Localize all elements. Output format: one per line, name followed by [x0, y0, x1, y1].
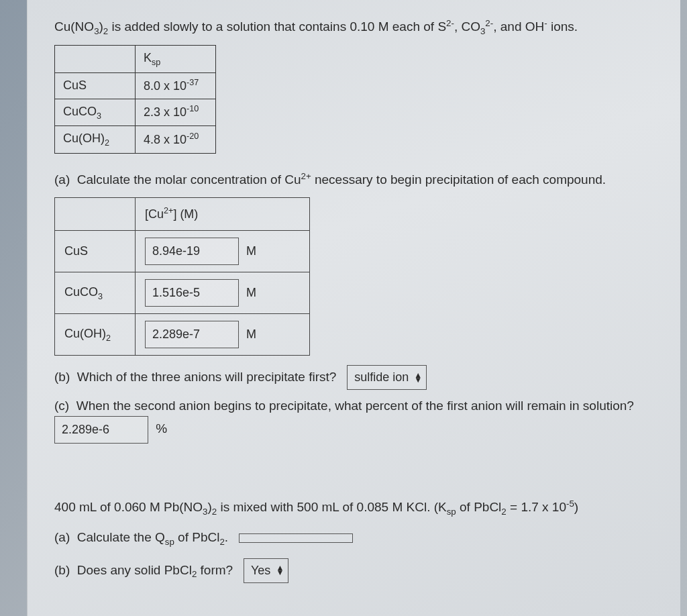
q2-intro: 400 mL of 0.060 M Pb(NO3)2 is mixed with…: [54, 497, 660, 519]
ksp-compound: CuCO3: [55, 99, 136, 125]
ksp-header-blank: [55, 46, 136, 72]
ksp-value: 4.8 x 10-20: [136, 126, 216, 153]
unit-label: %: [156, 421, 167, 435]
section-gap: [54, 450, 660, 497]
chevron-updown-icon: ▲▼: [414, 373, 422, 382]
ksp-table: Ksp CuS 8.0 x 10-37 CuCO3 2.3 x 10-10 Cu…: [54, 45, 216, 153]
percent-input[interactable]: 2.289e-6: [54, 416, 148, 444]
part-label: (b): [54, 370, 70, 384]
answer-input-cuoh2[interactable]: 2.289e-7: [145, 321, 239, 348]
ksp-compound: Cu(OH)2: [55, 126, 136, 153]
ksp-value: 2.3 x 10-10: [136, 99, 216, 125]
worksheet-page: Cu(NO3)2 is added slowly to a solution t…: [27, 0, 680, 616]
answers-table: [Cu2+] (M) CuS 8.94e-19 M CuCO3 1.516e-5…: [54, 197, 310, 356]
q1-part-a-prompt: (a) Calculate the molar concentration of…: [54, 170, 660, 190]
q1-part-b-text: Which of the three anions will precipita…: [77, 370, 337, 384]
table-row: CuCO3 1.516e-5 M: [55, 272, 310, 314]
ans-header: [Cu2+] (M): [136, 198, 310, 231]
ans-compound: CuCO3: [55, 272, 136, 314]
table-row: Cu(OH)2 2.289e-7 M: [55, 314, 310, 356]
unit-label: M: [246, 244, 256, 258]
q2-part-a: (a) Calculate the Qsp of PbCl2.: [54, 528, 660, 549]
unit-label: M: [246, 327, 256, 341]
anion-select[interactable]: sulfide ion ▲▼: [347, 365, 427, 390]
anion-select-value: sulfide ion: [354, 370, 409, 384]
ans-cell: 1.516e-5 M: [136, 272, 310, 314]
q1-intro: Cu(NO3)2 is added slowly to a solution t…: [54, 17, 660, 38]
qsp-input[interactable]: [239, 533, 353, 543]
ans-cell: 8.94e-19 M: [136, 231, 310, 272]
ans-compound: Cu(OH)2: [55, 314, 136, 356]
table-row: CuS 8.94e-19 M: [55, 231, 310, 272]
answer-input-cus[interactable]: 8.94e-19: [145, 238, 239, 265]
table-row: Cu(OH)2 4.8 x 10-20: [55, 126, 216, 153]
ksp-compound: CuS: [55, 72, 136, 99]
ans-header-blank: [55, 198, 136, 231]
yesno-select[interactable]: Yes ▲▼: [244, 558, 288, 583]
unit-label: M: [246, 286, 256, 299]
table-row: CuS 8.0 x 10-37: [55, 72, 216, 99]
ans-cell: 2.289e-7 M: [136, 314, 310, 356]
part-label: (a): [54, 530, 70, 544]
part-label: (a): [54, 172, 70, 187]
chevron-updown-icon: ▲▼: [276, 566, 284, 575]
part-label: (b): [54, 562, 70, 576]
answer-input-cuco3[interactable]: 1.516e-5: [145, 279, 239, 307]
yesno-select-value: Yes: [251, 564, 270, 577]
q1-part-c: (c) When the second anion begins to prec…: [54, 397, 660, 444]
q2-part-b: (b) Does any solid PbCl2 form? Yes ▲▼: [54, 558, 660, 583]
q1-part-b: (b) Which of the three anions will preci…: [54, 365, 660, 390]
part-label: (c): [54, 399, 69, 413]
table-row: CuCO3 2.3 x 10-10: [55, 99, 216, 125]
q1-part-c-text: When the second anion begins to precipit…: [76, 399, 634, 413]
ksp-value: 8.0 x 10-37: [136, 72, 216, 99]
ans-compound: CuS: [55, 231, 136, 272]
ksp-header: Ksp: [136, 46, 216, 72]
